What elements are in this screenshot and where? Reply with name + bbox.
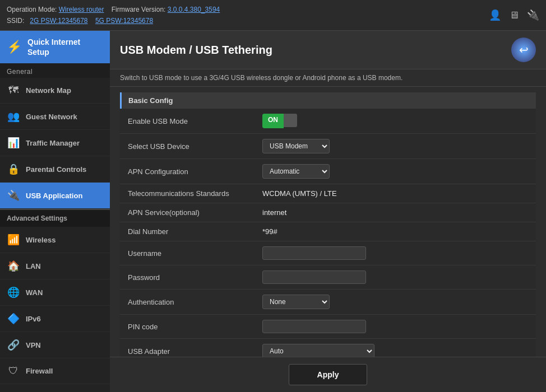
- pin-code-label: PIN code: [120, 315, 255, 339]
- wireless-label: Wireless: [26, 236, 55, 244]
- content-description: Switch to USB mode to use a 3G/4G USB wi…: [110, 69, 546, 87]
- general-section: General: [0, 63, 110, 78]
- ssid-5g-label[interactable]: 5G PSW:: [95, 17, 123, 25]
- sidebar-item-ipv6[interactable]: 🔷 IPv6: [0, 306, 110, 332]
- network-map-icon: 🗺: [7, 85, 20, 96]
- usb-adapter-label: USB Adapter: [120, 339, 255, 357]
- sidebar-item-lan[interactable]: 🏠 LAN: [0, 253, 110, 279]
- sidebar-item-firewall[interactable]: 🛡 Firewall: [0, 358, 110, 384]
- form-table: Enable USB Mode ON Select USB Device USB…: [120, 109, 536, 357]
- sidebar: ⚡ Quick Internet Setup General 🗺 Network…: [0, 31, 110, 392]
- username-input[interactable]: [262, 246, 366, 260]
- lan-label: LAN: [26, 262, 41, 270]
- topbar-info: Operation Mode: Wireless router Firmware…: [7, 4, 220, 27]
- enable-usb-mode-value: ON: [255, 109, 536, 134]
- sidebar-item-vpn[interactable]: 🔗 VPN: [0, 332, 110, 358]
- apn-service-value: internet: [255, 203, 536, 222]
- telecom-standards-value: WCDMA (UMTS) / LTE: [255, 184, 536, 203]
- sidebar-item-wireless[interactable]: 📶 Wireless: [0, 227, 110, 253]
- user-icon[interactable]: 👤: [489, 9, 501, 21]
- basic-config-header: Basic Config: [120, 92, 536, 109]
- password-value: [255, 265, 536, 290]
- advanced-settings-section: Advanced Settings: [0, 209, 110, 227]
- dial-number-label: Dial Number: [120, 222, 255, 241]
- vpn-icon: 🔗: [7, 339, 20, 351]
- content-body: Basic Config Enable USB Mode ON Select U…: [110, 87, 546, 357]
- username-value: [255, 241, 536, 265]
- table-row: APN Configuration Automatic Manual: [120, 159, 536, 184]
- back-button[interactable]: ↩: [511, 38, 536, 62]
- sidebar-item-wan[interactable]: 🌐 WAN: [0, 279, 110, 306]
- usb-application-icon: 🔌: [7, 189, 20, 202]
- usb-icon[interactable]: 🔌: [527, 9, 539, 21]
- ssid-2g-label[interactable]: 2G PSW:: [30, 17, 58, 25]
- ssid-2g-value[interactable]: 12345678: [58, 17, 87, 25]
- sidebar-item-parental-controls[interactable]: 🔒 Parental Controls: [0, 156, 110, 183]
- monitor-icon[interactable]: 🖥: [509, 10, 519, 21]
- parental-controls-icon: 🔒: [7, 163, 20, 175]
- quick-setup-icon: ⚡: [7, 40, 22, 54]
- page-title: USB Modem / USB Tethering: [120, 44, 272, 57]
- usb-device-select[interactable]: USB Modem Android Phone: [262, 139, 330, 153]
- table-row: Dial Number *99#: [120, 222, 536, 241]
- pin-code-value: [255, 315, 536, 339]
- traffic-manager-icon: 📊: [7, 137, 20, 149]
- firewall-label: Firewall: [26, 367, 53, 375]
- firmware-value[interactable]: 3.0.0.4.380_3594: [168, 6, 220, 13]
- topbar-icons: 👤 🖥 🔌: [489, 9, 539, 21]
- vpn-label: VPN: [26, 341, 41, 349]
- toggle-off-indicator: [284, 114, 297, 127]
- sidebar-item-traffic-manager[interactable]: 📊 Traffic Manager: [0, 130, 110, 156]
- operation-mode-label: Operation Mode:: [7, 6, 57, 13]
- table-row: Username: [120, 241, 536, 265]
- footer-bar: Apply: [110, 357, 546, 392]
- main-layout: ⚡ Quick Internet Setup General 🗺 Network…: [0, 31, 546, 392]
- dial-number-value: *99#: [255, 222, 536, 241]
- password-input[interactable]: [262, 270, 366, 284]
- password-label: Password: [120, 265, 255, 290]
- usb-application-label: USB Application: [26, 192, 82, 200]
- sidebar-item-usb-application[interactable]: 🔌 USB Application: [0, 183, 110, 209]
- table-row: Enable USB Mode ON: [120, 109, 536, 134]
- operation-mode-value[interactable]: Wireless router: [59, 6, 104, 13]
- table-row: Telecommunications Standards WCDMA (UMTS…: [120, 184, 536, 203]
- telecom-standards-label: Telecommunications Standards: [120, 184, 255, 203]
- traffic-manager-label: Traffic Manager: [26, 139, 80, 147]
- network-map-label: Network Map: [26, 86, 71, 95]
- enable-usb-mode-toggle[interactable]: ON: [262, 114, 528, 128]
- table-row: Password: [120, 265, 536, 290]
- guest-network-label: Guest Network: [26, 113, 77, 121]
- select-usb-device-value: USB Modem Android Phone: [255, 134, 536, 159]
- ipv6-icon: 🔷: [7, 312, 20, 325]
- wireless-icon: 📶: [7, 234, 20, 246]
- content-header: USB Modem / USB Tethering ↩: [110, 31, 546, 69]
- lan-icon: 🏠: [7, 260, 20, 272]
- table-row: Authentication None PAP CHAP: [120, 290, 536, 315]
- guest-network-icon: 👥: [7, 110, 20, 123]
- apn-config-label: APN Configuration: [120, 159, 255, 184]
- ipv6-label: IPv6: [26, 315, 41, 323]
- select-usb-device-label: Select USB Device: [120, 134, 255, 159]
- ssid-label: SSID:: [7, 17, 24, 25]
- table-row: Select USB Device USB Modem Android Phon…: [120, 134, 536, 159]
- authentication-select[interactable]: None PAP CHAP: [262, 295, 330, 309]
- username-label: Username: [120, 241, 255, 265]
- sidebar-item-network-map[interactable]: 🗺 Network Map: [0, 78, 110, 104]
- firmware-label: Firmware Version:: [112, 6, 166, 13]
- apn-service-label: APN Service(optional): [120, 203, 255, 222]
- topbar: Operation Mode: Wireless router Firmware…: [0, 0, 546, 31]
- apn-config-select[interactable]: Automatic Manual: [262, 164, 330, 179]
- content-area: USB Modem / USB Tethering ↩ Switch to US…: [110, 31, 546, 392]
- usb-adapter-select[interactable]: Auto USB0 USB1: [262, 344, 374, 357]
- pin-code-input[interactable]: [262, 320, 366, 333]
- apply-button[interactable]: Apply: [289, 364, 368, 385]
- table-row: APN Service(optional) internet: [120, 203, 536, 222]
- wan-icon: 🌐: [7, 286, 20, 298]
- firewall-icon: 🛡: [7, 365, 20, 377]
- parental-controls-label: Parental Controls: [26, 165, 86, 174]
- usb-adapter-value: Auto USB0 USB1: [255, 339, 536, 357]
- sidebar-item-quick-setup[interactable]: ⚡ Quick Internet Setup: [0, 31, 110, 63]
- sidebar-item-guest-network[interactable]: 👥 Guest Network: [0, 104, 110, 130]
- apn-config-value: Automatic Manual: [255, 159, 536, 184]
- ssid-5g-value[interactable]: 12345678: [123, 17, 153, 25]
